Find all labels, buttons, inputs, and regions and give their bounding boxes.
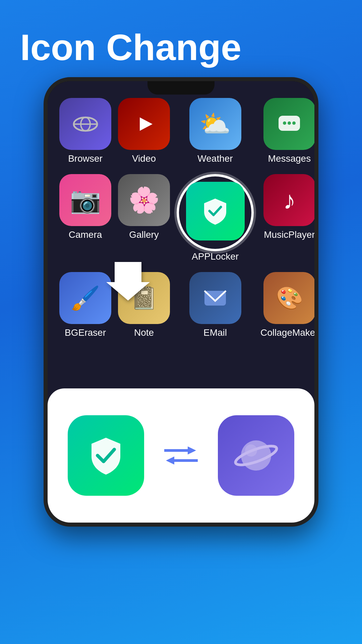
video-svg — [132, 112, 156, 136]
header: Icon Change — [0, 0, 362, 81]
app-browser[interactable]: Browser — [58, 95, 113, 167]
app-video[interactable]: Video — [116, 95, 172, 167]
browser-label: Browser — [68, 153, 103, 164]
app-email[interactable]: EMail — [175, 269, 255, 341]
svg-point-17 — [245, 444, 257, 457]
messages-icon — [263, 98, 315, 150]
app-weather[interactable]: ⛅ Weather — [175, 95, 255, 167]
weather-icon: ⛅ — [189, 98, 241, 150]
video-icon — [118, 98, 170, 150]
email-svg — [202, 285, 229, 312]
musicplayer-label: MusicPlayer — [264, 229, 315, 240]
svg-point-15 — [241, 440, 271, 471]
swap-planet-svg — [233, 432, 280, 479]
weather-label: Weather — [197, 153, 233, 164]
app-gallery[interactable]: 🌸 Gallery — [116, 171, 172, 265]
bgeraser-icon: 🖌️ — [59, 272, 111, 324]
video-label: Video — [132, 153, 156, 164]
swap-arrows-icon — [164, 444, 198, 467]
app-messages[interactable]: Messages — [259, 95, 318, 167]
camera-icon: 📷 — [59, 174, 111, 226]
applocker-icon — [186, 182, 245, 240]
browser-icon — [59, 98, 111, 150]
bgeraser-label: BGEraser — [65, 327, 106, 338]
swap-from-icon — [68, 415, 144, 496]
svg-marker-8 — [106, 262, 150, 301]
svg-marker-3 — [140, 117, 153, 131]
svg-marker-12 — [188, 446, 196, 454]
icon-swap-card — [48, 388, 314, 523]
note-label: Note — [134, 327, 154, 338]
app-note[interactable]: 📓 Note — [116, 269, 172, 341]
svg-point-5 — [283, 121, 286, 125]
app-camera[interactable]: 📷 Camera — [58, 171, 113, 265]
app-applocker[interactable]: APPLocker — [175, 171, 255, 265]
gallery-icon: 🌸 — [118, 174, 170, 226]
app-collagemaker[interactable]: 🎨 CollageMaker — [259, 269, 318, 341]
app-bgeraser[interactable]: 🖌️ BGEraser — [58, 269, 113, 341]
messages-svg — [276, 111, 303, 138]
email-label: EMail — [203, 327, 227, 338]
email-icon — [189, 272, 241, 324]
collagemaker-label: CollageMaker — [260, 327, 318, 338]
svg-marker-14 — [166, 457, 174, 465]
svg-point-6 — [288, 121, 291, 125]
phone-notch — [147, 81, 215, 95]
swap-to-icon — [218, 415, 294, 496]
phone-frame: Browser Video ⛅ Weather — [44, 77, 318, 527]
shield-svg — [200, 196, 230, 226]
collagemaker-icon: 🎨 — [263, 272, 315, 324]
note-icon: 📓 — [118, 272, 170, 324]
svg-point-7 — [292, 121, 296, 125]
musicplayer-icon: ♪ — [263, 174, 315, 226]
applocker-label: APPLocker — [192, 251, 239, 262]
page-title: Icon Change — [20, 27, 342, 67]
app-musicplayer[interactable]: ♪ MusicPlayer — [259, 171, 318, 265]
messages-label: Messages — [268, 153, 311, 164]
down-arrow-svg — [106, 259, 150, 302]
camera-label: Camera — [69, 229, 102, 240]
arrows-svg — [164, 444, 198, 467]
browser-svg — [72, 111, 99, 138]
swap-shield-svg — [84, 434, 128, 477]
gallery-label: Gallery — [129, 229, 159, 240]
phone-mockup: Browser Video ⛅ Weather — [44, 77, 318, 527]
